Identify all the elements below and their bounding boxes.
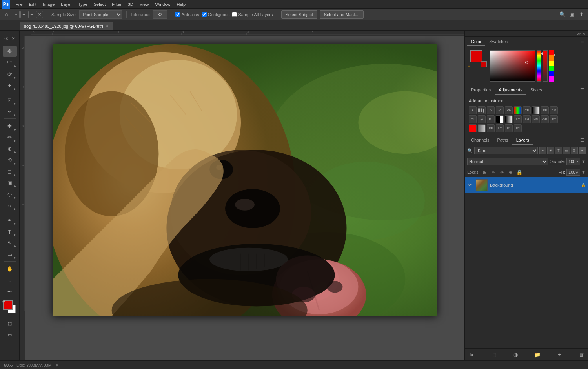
zoom-icon[interactable]: 🔍 (559, 11, 566, 18)
history-brush-tool[interactable]: ⟲ ▶ (3, 155, 17, 165)
lock-artboard-icon[interactable]: ⊕ (507, 169, 514, 176)
adj-colorbalance-icon[interactable]: CB (523, 106, 531, 114)
gradient-tool[interactable]: ▣ ▶ (3, 177, 17, 188)
filter-toggle[interactable]: ● (579, 147, 586, 154)
adj-gradients-icon[interactable]: GR (541, 115, 549, 123)
menu-view[interactable]: View (137, 1, 152, 7)
blend-mode-select[interactable]: Normal Multiply Screen Overlay (467, 158, 548, 165)
swap-colors-icon[interactable]: ⇄ (2, 300, 5, 304)
foreground-color-swatch[interactable] (470, 50, 482, 62)
adj-gradientmap-icon[interactable] (505, 115, 513, 123)
bg-color-indicator[interactable] (481, 61, 487, 67)
tab-adjustments[interactable]: Adjustments (495, 86, 526, 95)
tab-color[interactable]: Color (467, 38, 485, 46)
layer-kind-select[interactable]: Kind (474, 147, 538, 154)
new-layer-button[interactable]: + (555, 350, 564, 359)
contiguous-checkbox[interactable] (202, 12, 207, 17)
filter-adjust-icon[interactable]: ☀ (547, 147, 554, 154)
contiguous-label[interactable]: Contiguous (202, 12, 230, 17)
fill-arrow[interactable]: ▼ (581, 170, 586, 175)
dodge-tool[interactable]: ○ ▶ (3, 200, 17, 211)
layer-item-background[interactable]: 👁 Background 🔒 (465, 177, 588, 193)
view-icon[interactable]: ▣ (568, 11, 575, 18)
menu-edit[interactable]: Edit (26, 1, 40, 7)
move-tool[interactable]: ✥ (3, 46, 17, 57)
menu-type[interactable]: Type (75, 1, 91, 7)
anti-alias-checkbox[interactable] (175, 12, 180, 17)
lock-position-icon[interactable]: ✥ (499, 169, 506, 176)
adj-solidcolor-icon[interactable] (469, 124, 477, 132)
quick-mask-button[interactable]: ⬚ (3, 318, 17, 329)
tolerance-input[interactable] (153, 10, 167, 19)
adj-extra1-icon[interactable]: E1 (505, 124, 513, 132)
adj-gradientfill-icon[interactable] (478, 124, 486, 132)
tab-close-button[interactable]: ✕ (106, 24, 109, 28)
adj-patternfill-icon[interactable]: PF (487, 124, 495, 132)
select-subject-button[interactable]: Select Subject (281, 10, 317, 19)
select-mask-button[interactable]: Select and Mask... (320, 10, 364, 19)
intersect-selection-icon[interactable]: × (36, 11, 43, 18)
adj-extra2-icon[interactable]: E2 (514, 124, 522, 132)
menu-3d[interactable]: 3D (125, 1, 137, 7)
sample-all-layers-label[interactable]: Sample All Layers (232, 12, 273, 17)
opacity-arrow[interactable]: ▼ (581, 159, 586, 164)
tab-channels[interactable]: Channels (467, 136, 493, 145)
crop-tool[interactable]: ⊡ ▶ (3, 95, 17, 105)
brush-tool[interactable]: ✏ ▶ (3, 132, 17, 143)
adj-panel-menu-icon[interactable]: ☰ (579, 87, 586, 93)
menu-file[interactable]: File (13, 1, 26, 7)
color-panel-menu-icon[interactable]: ☰ (579, 39, 586, 44)
fill-input[interactable] (566, 169, 580, 176)
tab-properties[interactable]: Properties (467, 86, 495, 95)
add-selection-icon[interactable]: + (20, 11, 27, 18)
home-icon[interactable]: ⌂ (3, 11, 10, 18)
panel-expand-button[interactable]: « (582, 31, 586, 36)
add-adjustment-layer-button[interactable]: ◑ (511, 350, 520, 359)
subtract-selection-icon[interactable]: − (28, 11, 35, 18)
hue-slider[interactable] (537, 50, 541, 82)
adj-bw-icon[interactable] (532, 106, 540, 114)
adj-photofilter-icon[interactable]: PF (541, 106, 549, 114)
tab-swatches[interactable]: Swatches (485, 38, 512, 46)
adj-brightness-icon[interactable]: ☀ (469, 106, 477, 114)
layer-visibility-icon[interactable]: 👁 (467, 182, 473, 188)
adj-exposure-icon[interactable]: ⊙ (496, 106, 504, 114)
sample-size-select[interactable]: Point Sample (79, 10, 122, 19)
adj-levels-icon[interactable]: ▊▋▌ (478, 106, 486, 114)
tab-styles[interactable]: Styles (526, 86, 546, 95)
menu-help[interactable]: Help (174, 1, 189, 7)
alpha-slider[interactable] (543, 50, 548, 82)
hand-tool[interactable]: ✋ (3, 263, 17, 274)
adj-vibrance-icon[interactable]: Vb (505, 106, 513, 114)
active-tab[interactable]: dog-4180480_1920.jpg @ 60% (RGB/8#) ✕ (20, 22, 113, 30)
panel-collapse-button[interactable]: ≫ (575, 31, 582, 36)
new-selection-icon[interactable]: ▪ (13, 11, 20, 18)
adj-threshold-icon[interactable] (496, 115, 504, 123)
spectrum-strip[interactable] (549, 50, 554, 82)
lock-brush-icon[interactable]: ✏ (490, 169, 497, 176)
eyedropper-tool[interactable]: ✒ ▶ (3, 106, 17, 117)
menu-filter[interactable]: Filter (109, 1, 124, 7)
adj-pattern-icon[interactable]: PT (550, 115, 558, 123)
close-toolbar-button[interactable]: ✕ (10, 33, 16, 44)
blur-tool[interactable]: ◌ ▶ (3, 189, 17, 200)
add-mask-button[interactable]: ⬚ (489, 350, 498, 359)
tab-paths[interactable]: Paths (493, 136, 512, 145)
delete-layer-button[interactable]: 🗑 (577, 350, 586, 359)
menu-window[interactable]: Window (152, 1, 173, 7)
adj-colorlookup-icon[interactable]: CL (469, 115, 477, 123)
status-expand-button[interactable]: ▶ (56, 362, 59, 367)
more-tools-button[interactable]: ••• (3, 286, 17, 297)
layers-panel-menu-icon[interactable]: ☰ (579, 138, 586, 143)
marquee-tool[interactable]: ⬚ ▶ (3, 57, 17, 68)
adj-curves-icon[interactable]: 〜 (487, 106, 495, 114)
healing-tool[interactable]: ✚ ▶ (3, 120, 17, 131)
zoom-tool[interactable]: ⌕ (3, 274, 17, 285)
quick-select-tool[interactable]: ✦ ▶ (3, 80, 17, 91)
add-group-button[interactable]: 📁 (533, 350, 542, 359)
adj-hsl-icon[interactable] (514, 106, 522, 114)
filter-shape-icon[interactable]: ▭ (563, 147, 570, 154)
text-tool[interactable]: T ▶ (3, 226, 17, 237)
menu-select[interactable]: Select (91, 1, 109, 7)
filter-smart-icon[interactable]: ⊞ (571, 147, 578, 154)
